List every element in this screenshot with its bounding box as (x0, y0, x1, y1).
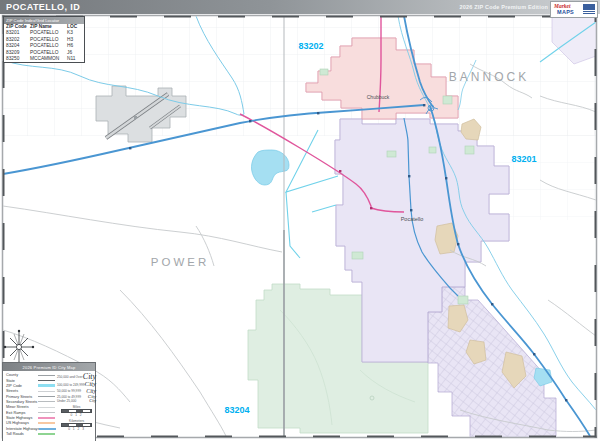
city-size-item: 100,000 to 249,999 City (57, 381, 96, 388)
legend-label: State (6, 379, 15, 383)
city-size-range: 100,000 to 249,999 (57, 383, 84, 387)
city-label-pocatello: Pocatello (401, 216, 424, 222)
zip-name: MCCAMMON (30, 56, 67, 62)
publisher-logo: Market MAPS (550, 1, 598, 18)
zip-code: 83250 (6, 56, 30, 62)
scale-bar-kilometers: Kilometers 0 1 2 3 (57, 419, 96, 432)
city-size-range: 250,000 and Over (57, 375, 83, 379)
county-label-bannock: BANNOCK (449, 70, 529, 84)
state-highways-swatch: State Highways (6, 416, 32, 420)
city-size-range: Under 25,000 (57, 399, 76, 403)
exit-ramps-swatch: Exit Ramps (6, 411, 25, 415)
primary-streets-swatch: Primary Streets (6, 395, 32, 399)
zip-label-83201: 83201 (511, 154, 536, 164)
legend-header: 2026 Premium ID City Map (3, 363, 95, 371)
edition-label: 2026 ZIP Code Premium Edition (459, 4, 548, 10)
zip-line-swatch (38, 384, 55, 387)
legend-label: County (6, 373, 18, 377)
table-row: 83250 MCCAMMON N11 (4, 56, 84, 62)
minor-streets-swatch: Minor Streets (6, 405, 29, 409)
interstate-swatch: Interstate Highways (6, 427, 39, 431)
zip-index-table: ZIP Code Index/Grid Locator ZIP Code ZIP… (3, 16, 85, 63)
legend-item: Toll Roads (6, 431, 55, 436)
city-size-item: Under 25,000 City (57, 399, 96, 403)
secondary-streets-swatch: Secondary Streets (6, 400, 37, 404)
zip-loc: N11 (67, 56, 80, 62)
legend-label: ZIP Code (6, 384, 22, 388)
scale-ticks: 0 1 2 (57, 413, 96, 417)
county-label-power: POWER (151, 256, 209, 268)
zip-label-83202: 83202 (298, 41, 323, 51)
city-size-sample: City (89, 399, 96, 403)
legend-line-items: County State ZIP Code Streets Primary St… (3, 371, 57, 437)
city-label-chubbuck: Chubbuck (367, 94, 390, 100)
city-size-range: 25,000 to 49,999 (57, 395, 81, 399)
us-highways-swatch: US Highways (6, 421, 29, 425)
zip-index-header: ZIP Code Index/Grid Locator (4, 17, 84, 24)
map-legend: 2026 Premium ID City Map County State ZI… (2, 362, 96, 441)
scale-ticks: 0 1 2 3 (57, 427, 96, 431)
map-title: POCATELLO, ID (6, 2, 80, 12)
logo-mark: Market MAPS (553, 3, 581, 16)
logo-text-bottom: MAPS (557, 9, 574, 15)
compass-rose-icon (3, 329, 35, 365)
state-line-swatch (38, 380, 55, 381)
scale-bar-miles: Miles 0 1 2 (57, 405, 96, 418)
toll-roads-swatch: Toll Roads (6, 432, 24, 436)
city-size-range: 50,000 to 99,999 (57, 389, 81, 393)
streets-swatch: Streets (6, 389, 18, 393)
county-line-swatch (38, 375, 55, 376)
map-page: BANNOCK POWER 83202 83201 83204 Chubbuck… (0, 0, 600, 441)
title-bar: POCATELLO, ID 2026 ZIP Code Premium Edit… (0, 0, 600, 14)
logo-address-block (583, 4, 595, 15)
legend-city-sizes: 250,000 and Over City 100,000 to 249,999… (57, 371, 98, 437)
zip-label-83204: 83204 (224, 405, 249, 415)
city-size-sample: City (84, 381, 96, 388)
